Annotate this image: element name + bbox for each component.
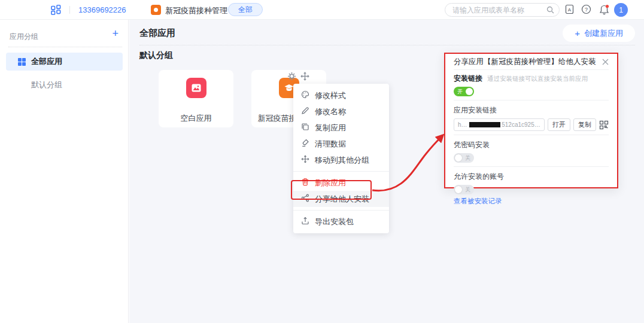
share-install-panel: 分享应用【新冠疫苗接种管理】给他人安装 安装链接 通过安装链接可以直接安装当前应… <box>444 53 618 188</box>
allowed-accounts-label: 允许安装的账号 <box>454 172 504 181</box>
main-content: 全部应用 + 创建新应用 默认分组 空白应用 <box>129 20 644 323</box>
notification-bell-icon[interactable] <box>599 4 610 18</box>
svg-text:?: ? <box>585 7 588 13</box>
sidebar-item-label: 全部应用 <box>31 56 62 67</box>
copy-link-button[interactable]: 复制 <box>573 118 596 131</box>
export-icon <box>301 217 309 227</box>
top-bar: 13369692226 新冠疫苗接种管理 全部 A ? <box>0 0 644 20</box>
share-panel-title: 分享应用【新冠疫苗接种管理】给他人安装 <box>454 57 596 67</box>
svg-text:A: A <box>568 7 572 13</box>
menu-divider <box>293 171 389 172</box>
share-icon <box>301 194 309 204</box>
menu-item-export-package[interactable]: 导出安装包 <box>293 214 389 230</box>
workspace-app-icon[interactable] <box>151 5 161 15</box>
sidebar-item-default-group[interactable]: 默认分组 <box>6 77 123 93</box>
view-install-records-link[interactable]: 查看被安装记录 <box>454 197 609 206</box>
app-card-name: 空白应用 <box>162 113 230 124</box>
search-input[interactable] <box>452 6 546 14</box>
plus-icon: + <box>575 28 580 38</box>
app-context-menu: 修改样式 修改名称 复制应用 <box>293 84 389 233</box>
create-app-button[interactable]: + 创建新应用 <box>563 25 635 42</box>
trash-icon <box>301 178 309 188</box>
menu-item-modify-style[interactable]: 修改样式 <box>293 87 389 103</box>
search-icon <box>546 6 554 14</box>
sidebar-item-all-apps[interactable]: 全部应用 <box>6 53 123 71</box>
add-group-button[interactable]: + <box>112 28 119 39</box>
section-title-default-group: 默认分组 <box>139 50 173 61</box>
move-icon <box>301 155 309 165</box>
page-title: 全部应用 <box>139 28 175 39</box>
menu-item-clear-data[interactable]: 清理数据 <box>293 136 389 152</box>
install-link-hint: 通过安装链接可以直接安装当前应用 <box>487 75 588 83</box>
install-url-field[interactable]: https:// 512ca1c925540e07a78... <box>454 118 545 131</box>
app-move-icon[interactable] <box>300 72 309 83</box>
password-install-label: 凭密码安装 <box>454 141 490 149</box>
install-link-toggle[interactable]: 开 <box>454 87 474 96</box>
help-icon[interactable]: ? <box>581 4 591 17</box>
topbar-divider <box>69 6 70 14</box>
header-divider <box>139 45 635 45</box>
qr-code-icon[interactable] <box>599 120 609 130</box>
contacts-icon[interactable]: A <box>564 4 575 17</box>
user-avatar[interactable]: 1 <box>614 3 628 17</box>
sidebar-group-header: 应用分组 <box>10 32 38 42</box>
allowed-accounts-section: 允许安装的账号 关 查看被安装记录 <box>454 167 609 209</box>
menu-item-delete-app[interactable]: 删除应用 <box>293 175 389 191</box>
menu-item-move-to-group[interactable]: 移动到其他分组 <box>293 152 389 168</box>
grid-icon <box>18 58 26 66</box>
app-install-link-label: 应用安装链接 <box>454 106 497 114</box>
menu-item-duplicate-app[interactable]: 复制应用 <box>293 120 389 136</box>
close-icon[interactable] <box>602 59 609 65</box>
app-settings-gear-icon[interactable] <box>287 72 296 83</box>
password-install-toggle[interactable]: 关 <box>454 153 474 163</box>
clean-icon <box>301 139 309 149</box>
image-icon <box>186 78 206 98</box>
app-install-link-section: 应用安装链接 https:// 512ca1c925540e07a78... 打… <box>454 100 609 135</box>
workspace-name[interactable]: 新冠疫苗接种管理 <box>165 5 227 16</box>
menu-item-share-install[interactable]: 分享给他人安装 <box>293 191 389 207</box>
copy-icon <box>301 123 309 133</box>
menu-divider <box>293 210 389 211</box>
sidebar-divider <box>8 47 122 47</box>
search-box[interactable] <box>445 3 560 17</box>
account-phone-number[interactable]: 13369692226 <box>78 5 126 14</box>
open-link-button[interactable]: 打开 <box>548 118 570 131</box>
password-install-section: 凭密码安装 关 <box>454 135 609 167</box>
allowed-accounts-toggle[interactable]: 关 <box>454 185 474 194</box>
install-link-section: 安装链接 通过安装链接可以直接安装当前应用 开 <box>454 70 609 100</box>
menu-item-rename[interactable]: 修改名称 <box>293 103 389 120</box>
app-window: 13369692226 新冠疫苗接种管理 全部 A ? <box>0 0 644 323</box>
pencil-icon <box>301 106 309 117</box>
sidebar: 应用分组 + 全部应用 默认分组 <box>0 20 129 323</box>
app-grid-logo-icon[interactable] <box>51 5 61 17</box>
filter-all-pill[interactable]: 全部 <box>228 3 263 16</box>
redacted-url-segment <box>469 122 500 127</box>
install-link-label: 安装链接 <box>454 74 482 84</box>
palette-icon <box>301 90 309 100</box>
app-card-blank[interactable]: 空白应用 <box>159 70 233 127</box>
